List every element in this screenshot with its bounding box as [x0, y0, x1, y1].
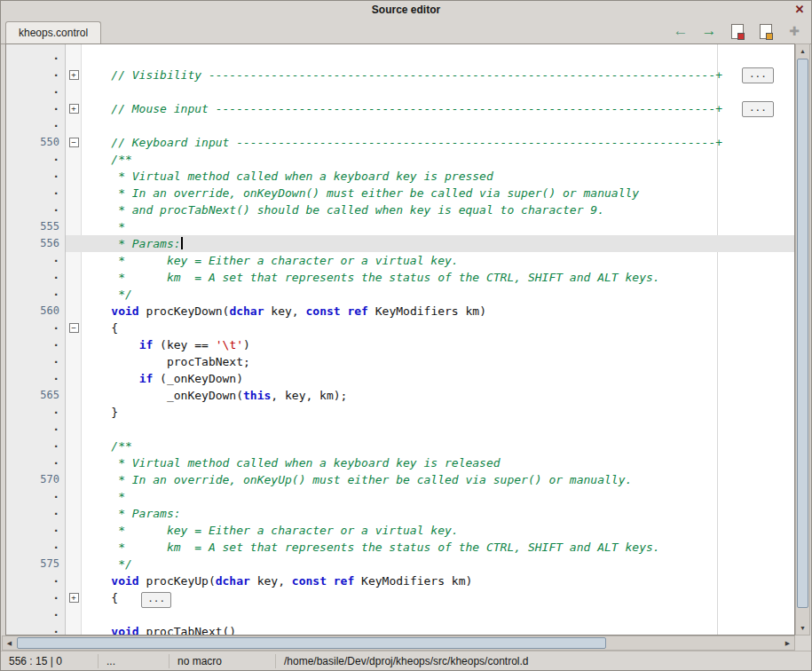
- scroll-left-arrow-icon[interactable]: ◀: [3, 636, 16, 650]
- code-line[interactable]: 550− // Keyboard input -----------------…: [6, 134, 794, 151]
- code-line[interactable]: · }: [6, 404, 794, 421]
- vertical-scrollbar[interactable]: ▲ ▼: [795, 43, 810, 635]
- code-line[interactable]: · * key = Either a character or a virtua…: [6, 522, 794, 539]
- code-line[interactable]: · void procKeyUp(dchar key, const ref Ke…: [6, 572, 794, 589]
- code-text[interactable]: [82, 606, 794, 623]
- fold-expand-icon[interactable]: +: [69, 70, 79, 80]
- code-line[interactable]: · * km = A set that represents the statu…: [6, 539, 794, 556]
- code-text[interactable]: [82, 50, 794, 67]
- code-text[interactable]: * and procTabNext() should be called whe…: [82, 201, 794, 218]
- code-line[interactable]: · * km = A set that represents the statu…: [6, 269, 794, 286]
- code-text[interactable]: // Keyboard input ----------------------…: [82, 134, 794, 151]
- tab-kheops-control[interactable]: kheops.control: [5, 21, 101, 43]
- code-line[interactable]: ·: [6, 421, 794, 438]
- collapsed-fold-ellipsis[interactable]: ...: [742, 67, 774, 83]
- code-text[interactable]: [82, 83, 794, 100]
- code-line[interactable]: 570 * In an override, onKeyUp() must eit…: [6, 471, 794, 488]
- code-line[interactable]: ·: [6, 50, 794, 67]
- code-line[interactable]: ·+ {...: [6, 589, 794, 606]
- close-button[interactable]: ✕: [792, 3, 807, 17]
- detach-editor-button[interactable]: ✚: [784, 21, 804, 41]
- code-text[interactable]: * Virtual method called when a keyboard …: [82, 168, 794, 185]
- code-line[interactable]: 565 _onKeyDown(this, key, km);: [6, 387, 794, 404]
- code-line[interactable]: · */: [6, 286, 794, 303]
- fold-expand-icon[interactable]: +: [69, 104, 79, 114]
- code-line[interactable]: 575 */: [6, 556, 794, 572]
- code-editor[interactable]: ··+ // Visibility ----------------------…: [6, 44, 794, 635]
- code-text[interactable]: */: [82, 286, 794, 303]
- scroll-right-arrow-icon[interactable]: ▶: [781, 636, 794, 650]
- fold-expand-icon[interactable]: +: [69, 593, 79, 603]
- scroll-down-arrow-icon[interactable]: ▼: [796, 621, 809, 635]
- horizontal-scroll-thumb[interactable]: [17, 637, 606, 649]
- fold-cell: [66, 218, 82, 235]
- code-line[interactable]: · * Params:: [6, 505, 794, 522]
- code-text[interactable]: *: [82, 218, 794, 235]
- code-text[interactable]: */: [82, 556, 794, 572]
- code-text[interactable]: * km = A set that represents the status …: [82, 539, 794, 556]
- code-text[interactable]: if (_onKeyDown): [82, 370, 794, 387]
- current-code-line[interactable]: 556 * Params:: [6, 235, 794, 252]
- code-line[interactable]: · * key = Either a character or a virtua…: [6, 252, 794, 269]
- code-text[interactable]: * Params:: [82, 505, 794, 522]
- code-text[interactable]: if (key == '\t'): [82, 336, 794, 353]
- vertical-scroll-thumb[interactable]: [797, 59, 808, 608]
- nav-forward-button[interactable]: →: [699, 21, 719, 41]
- horizontal-scrollbar[interactable]: ◀ ▶: [2, 635, 795, 651]
- code-line[interactable]: · /**: [6, 438, 794, 454]
- code-text[interactable]: * Virtual method called when a keyboard …: [82, 454, 794, 471]
- code-text[interactable]: }: [82, 404, 794, 421]
- code-line[interactable]: · * and procTabNext() should be called w…: [6, 201, 794, 218]
- code-text[interactable]: [82, 421, 794, 438]
- code-line[interactable]: ·− {: [6, 320, 794, 336]
- fold-cell: [66, 151, 82, 168]
- code-text[interactable]: [82, 117, 794, 134]
- code-line[interactable]: · *: [6, 488, 794, 505]
- code-line[interactable]: · * In an override, onKeyDown() must eit…: [6, 185, 794, 201]
- code-text[interactable]: {: [82, 320, 794, 336]
- code-line[interactable]: · if (key == '\t'): [6, 336, 794, 353]
- code-line[interactable]: · if (_onKeyDown): [6, 370, 794, 387]
- code-text[interactable]: // Mouse input -------------------------…: [82, 100, 794, 117]
- code-text[interactable]: // Visibility --------------------------…: [82, 67, 794, 83]
- code-line[interactable]: 555 *: [6, 218, 794, 235]
- nav-back-button[interactable]: ←: [671, 21, 690, 41]
- collapsed-fold-ellipsis[interactable]: ...: [742, 101, 774, 117]
- code-text[interactable]: /**: [82, 151, 794, 168]
- code-line[interactable]: ·: [6, 83, 794, 100]
- code-text[interactable]: * Params:: [82, 235, 794, 252]
- code-line[interactable]: · procTabNext;: [6, 353, 794, 370]
- code-text[interactable]: void procKeyUp(dchar key, const ref KeyM…: [82, 572, 794, 589]
- code-line[interactable]: · * Virtual method called when a keyboar…: [6, 168, 794, 185]
- code-text[interactable]: * km = A set that represents the status …: [82, 269, 794, 286]
- code-text[interactable]: void procTabNext(): [82, 623, 794, 635]
- fold-collapse-icon[interactable]: −: [69, 138, 79, 147]
- code-text[interactable]: /**: [82, 438, 794, 454]
- scroll-up-arrow-icon[interactable]: ▲: [796, 44, 809, 58]
- code-line[interactable]: · /**: [6, 151, 794, 168]
- code-text[interactable]: {...: [82, 589, 794, 606]
- code-line[interactable]: ·: [6, 117, 794, 134]
- line-number: ·: [6, 50, 66, 67]
- code-text[interactable]: * In an override, onKeyDown() must eithe…: [82, 185, 794, 201]
- document-action-2-button[interactable]: [756, 21, 776, 41]
- code-line[interactable]: ·+ // Mouse input ----------------------…: [6, 100, 794, 117]
- code-line[interactable]: · * Virtual method called when a keyboar…: [6, 454, 794, 471]
- code-line[interactable]: ·+ // Visibility -----------------------…: [6, 67, 794, 83]
- fold-cell: [66, 185, 82, 201]
- code-line[interactable]: ·: [6, 606, 794, 623]
- code-text[interactable]: *: [82, 488, 794, 505]
- code-text[interactable]: * key = Either a character or a virtual …: [82, 252, 794, 269]
- line-number: ·: [6, 454, 66, 471]
- text-caret: [181, 237, 183, 249]
- code-text[interactable]: procTabNext;: [82, 353, 794, 370]
- line-number: ·: [6, 404, 66, 421]
- code-line[interactable]: 560 void procKeyDown(dchar key, const re…: [6, 303, 794, 320]
- code-text[interactable]: _onKeyDown(this, key, km);: [82, 387, 794, 404]
- code-text[interactable]: void procKeyDown(dchar key, const ref Ke…: [82, 303, 794, 320]
- code-text[interactable]: * In an override, onKeyUp() must either …: [82, 471, 794, 488]
- code-line[interactable]: · void procTabNext(): [6, 623, 794, 635]
- fold-collapse-icon[interactable]: −: [69, 323, 79, 333]
- code-text[interactable]: * key = Either a character or a virtual …: [82, 522, 794, 539]
- document-action-1-button[interactable]: [728, 21, 747, 41]
